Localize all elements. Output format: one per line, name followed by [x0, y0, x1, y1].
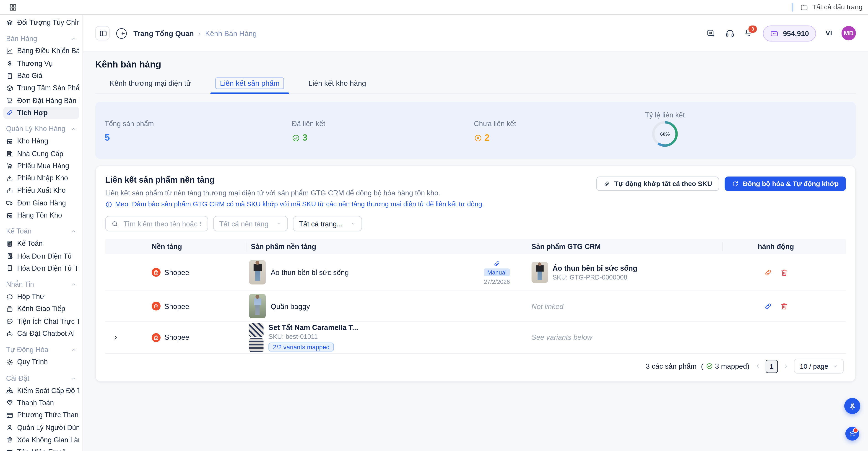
table-row: Shopee Set Tất Nam Caramella T... SKU: b…	[105, 321, 846, 354]
tabs: Kênh thương mại điện tử Liên kết sản phẩ…	[95, 77, 856, 94]
sidebar-item[interactable]: Cài Đặt Chatbot AI	[3, 328, 80, 340]
language-switcher[interactable]: VI	[826, 29, 832, 37]
table-row: Shopee Áo thun bền bỉ sức sống Manual 27…	[105, 254, 846, 291]
onboarding-rocket-button[interactable]	[844, 398, 860, 414]
sidebar-item[interactable]: Phiếu Mua Hàng	[3, 160, 80, 172]
bubble-icon	[6, 293, 13, 300]
sidebar-section[interactable]: Nhắn Tin	[3, 279, 80, 290]
all-bookmarks-label: Tất cả dấu trang	[812, 3, 863, 11]
sidebar-item[interactable]: Đơn Đặt Hàng Bán Hà...	[3, 94, 80, 107]
variants-mapped-badge: 2/2 variants mapped	[269, 343, 334, 352]
notifications-button[interactable]: 3	[744, 27, 753, 39]
expand-row-button[interactable]	[112, 334, 119, 341]
receipt-icon	[6, 72, 13, 79]
sidebar-item[interactable]: Đơn Giao Hàng	[3, 197, 80, 209]
chevron-left-icon	[754, 363, 761, 369]
sidebar-item[interactable]: Phiếu Nhập Kho	[3, 172, 80, 185]
prev-page-button[interactable]	[754, 363, 761, 369]
sidebar-item[interactable]: Quy Trình	[3, 356, 80, 368]
delete-button[interactable]	[780, 302, 788, 310]
grid-icon	[9, 3, 17, 11]
tab-product-link[interactable]: Liên kết sản phẩm	[216, 77, 284, 94]
page-size-select[interactable]: 10 / page	[794, 359, 844, 374]
link-icon	[764, 268, 772, 276]
credits-pill[interactable]: 954,910	[763, 25, 816, 41]
breadcrumb-root[interactable]: Trang Tổng Quan	[133, 29, 194, 37]
breadcrumb-current: Kênh Bán Hàng	[205, 29, 257, 37]
sidebar-item[interactable]: Phiếu Xuất Kho	[3, 185, 80, 197]
bookmarks-bar: Tất cả dấu trang	[0, 0, 868, 15]
live-chat-button[interactable]	[845, 427, 859, 441]
chevron-down-icon	[276, 221, 282, 226]
info-icon	[105, 201, 113, 208]
chevron-down-icon	[833, 364, 838, 369]
avatar[interactable]: MD	[841, 26, 856, 40]
sidebar-item[interactable]: Bảng Điều Khiển Bán ...	[3, 45, 80, 57]
sidebar-item[interactable]: Tên Miền Email	[3, 446, 80, 451]
link-button[interactable]	[764, 302, 772, 310]
sidebar-item[interactable]: Thương Vụ	[3, 57, 80, 69]
page-number[interactable]: 1	[766, 360, 778, 373]
search-icon	[111, 220, 119, 227]
sync-icon	[732, 180, 739, 187]
tab-warehouse-link[interactable]: Liên kết kho hàng	[308, 77, 366, 94]
unlink-button[interactable]	[764, 268, 772, 276]
platform-filter-select[interactable]: Tất cả nền tảng	[213, 216, 288, 231]
stat-unlinked-value: 2	[485, 132, 490, 143]
all-bookmarks-button[interactable]: Tất cả dấu trang	[800, 3, 863, 11]
sidebar-item[interactable]: Trung Tâm Sản Phẩm	[3, 82, 80, 94]
sidebar-item[interactable]: Phương Thức Thanh T...	[3, 409, 80, 421]
sidebar-section[interactable]: Tự Động Hóa	[3, 344, 80, 356]
card-subtitle: Liên kết sản phẩm từ nền tảng thương mại…	[105, 189, 484, 197]
sidebar-item[interactable]: Kho Hàng	[3, 135, 80, 147]
shopee-icon	[152, 333, 160, 342]
header-platform-product: Sản phẩm nền tảng	[246, 239, 462, 254]
sidebar-section[interactable]: Bán Hàng	[3, 33, 80, 45]
auto-match-sku-button[interactable]: Tự động khớp tất cả theo SKU	[596, 176, 719, 191]
link-icon	[493, 260, 501, 267]
stat-linked: Đã liên kết 3	[292, 120, 325, 143]
sidebar-item[interactable]: Hóa Đơn Điện Tử	[3, 250, 80, 262]
crm-product-thumbnail	[531, 262, 548, 283]
sidebar-section[interactable]: Kế Toán	[3, 225, 80, 237]
stat-link-rate: Tỷ lệ liên kết 60%	[645, 111, 685, 150]
sidebar-item[interactable]: Hộp Thư	[3, 291, 80, 303]
sidebar-item[interactable]: Hóa Đơn Điện Tử Tự ...	[3, 262, 80, 275]
next-page-button[interactable]	[783, 363, 789, 369]
back-button[interactable]	[116, 28, 127, 38]
product-link-card: Liên kết sản phẩm nền tảng Liên kết sản …	[95, 165, 856, 382]
sidebar-item[interactable]: Xóa Không Gian Làm ...	[3, 434, 80, 446]
status-filter-select[interactable]: Tất cả trạng...	[293, 216, 362, 231]
sidebar-item[interactable]: Tiện Ích Chat Trực Tu...	[3, 315, 80, 328]
chevron-up-icon	[71, 282, 76, 287]
ai-assistant-icon[interactable]	[707, 29, 716, 38]
sidebar-item[interactable]: Nhà Cung Cấp	[3, 148, 80, 160]
sidebar-item[interactable]: Hàng Tồn Kho	[3, 209, 80, 221]
support-headset-icon[interactable]	[725, 29, 735, 38]
sidebar-item[interactable]: Thanh Toán	[3, 397, 80, 409]
platform-product-cell: Áo thun bền bỉ sức sống	[246, 260, 462, 285]
sidebar-item[interactable]: Kênh Giao Tiếp	[3, 303, 80, 315]
sidebar-item[interactable]: Kế Toán	[3, 237, 80, 250]
apps-grid-button[interactable]	[5, 0, 20, 14]
sidebar-item[interactable]: Quản Lý Người Dùng	[3, 421, 80, 434]
link-type-badge: Manual	[484, 268, 510, 276]
delete-button[interactable]	[780, 268, 788, 276]
product-sku: SKU: best-01011	[269, 333, 358, 341]
dollar-icon	[6, 60, 13, 67]
sidebar-item[interactable]: Đối Tượng Tùy Chỉnh	[3, 17, 80, 29]
sidebar-section[interactable]: Quản Lý Kho Hàng	[3, 123, 80, 135]
sidebar-toggle-button[interactable]	[95, 26, 110, 40]
link-date: 27/2/2026	[484, 278, 510, 285]
sidebar-section[interactable]: Cài Đặt	[3, 372, 80, 384]
platform-cell: Shopee	[126, 268, 246, 277]
sidebar-item[interactable]: Kiểm Soát Cấp Độ Tru...	[3, 384, 80, 397]
receipt-icon	[6, 265, 13, 272]
tab-ecommerce-channels[interactable]: Kênh thương mại điện tử	[110, 77, 191, 94]
platform-cell: Shopee	[126, 333, 246, 342]
search-input[interactable]	[122, 219, 202, 228]
sync-auto-match-button[interactable]: Đồng bộ hóa & Tự động khớp	[725, 176, 846, 191]
chevron-up-icon	[71, 229, 76, 234]
sidebar-item[interactable]: Báo Giá	[3, 70, 80, 82]
sidebar-item[interactable]: Tích Hợp	[3, 107, 80, 119]
